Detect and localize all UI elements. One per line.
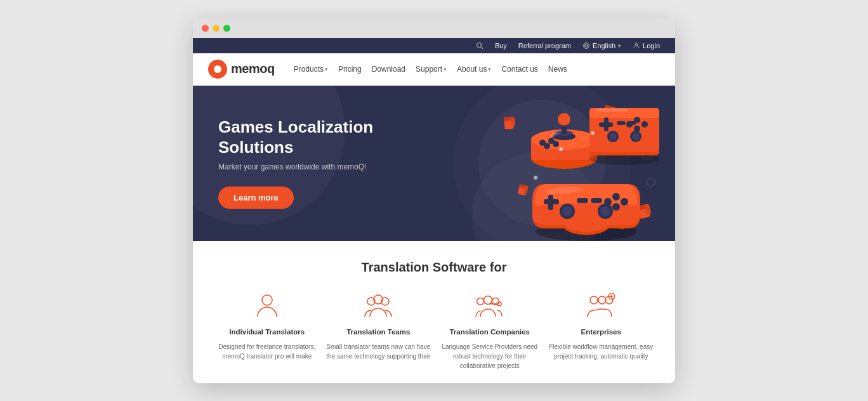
maximize-dot[interactable] <box>223 25 230 32</box>
companies-icon <box>474 290 506 322</box>
language-chevron: ▾ <box>618 43 621 49</box>
translation-section: Translation Software for Individual Tran… <box>193 241 675 383</box>
svg-point-49 <box>612 203 620 211</box>
svg-rect-63 <box>599 122 613 127</box>
translation-cards: Individual Translators Designed for free… <box>208 290 660 371</box>
svg-rect-74 <box>596 108 628 112</box>
main-nav: memoq Products ▾ Pricing Download Suppor… <box>193 53 675 86</box>
logo-icon <box>208 60 227 79</box>
svg-point-5 <box>635 43 638 46</box>
nav-pricing[interactable]: Pricing <box>338 65 362 74</box>
svg-point-56 <box>600 206 610 216</box>
svg-point-42 <box>539 140 546 146</box>
referral-link[interactable]: Referral program <box>518 42 571 49</box>
card-companies: Translation Companies Language Service P… <box>437 290 542 371</box>
hero-subtitle: Market your games worldwide with memoQ! <box>218 162 421 171</box>
nav-about-chevron: ▾ <box>488 66 491 72</box>
teams-icon <box>362 290 394 322</box>
nav-support-chevron: ▾ <box>444 66 447 72</box>
nav-products-label: Products <box>294 65 324 74</box>
svg-point-71 <box>609 133 617 140</box>
svg-point-80 <box>262 295 272 305</box>
nav-news[interactable]: News <box>548 65 567 74</box>
nav-products-chevron: ▾ <box>325 66 328 72</box>
learn-more-button[interactable]: Learn more <box>218 187 294 209</box>
svg-rect-46 <box>544 199 559 204</box>
gaming-illustration <box>421 86 662 241</box>
nav-support-label: Support <box>416 65 442 74</box>
card-enterprises-desc: Flexible workflow management, easy proje… <box>549 342 654 361</box>
login-label: Login <box>643 42 660 49</box>
svg-point-37 <box>558 113 570 126</box>
buy-link[interactable]: Buy <box>495 42 507 49</box>
card-individual-desc: Designed for freelance translators, memo… <box>214 342 320 361</box>
search-icon[interactable] <box>476 42 483 49</box>
svg-point-48 <box>621 198 628 206</box>
browser-window: Buy Referral program English ▾ Login mem… <box>193 18 675 383</box>
nav-download[interactable]: Download <box>372 65 405 74</box>
logo-area[interactable]: memoq <box>208 60 275 79</box>
login-link[interactable]: Login <box>633 42 660 49</box>
svg-point-85 <box>483 296 492 304</box>
card-companies-desc: Language Service Providers need robust t… <box>437 342 542 371</box>
svg-point-41 <box>548 138 555 144</box>
nav-items: Products ▾ Pricing Download Support ▾ Ab… <box>294 65 660 74</box>
language-label: English <box>593 42 615 49</box>
svg-rect-19 <box>511 117 515 126</box>
language-selector[interactable]: English ▾ <box>582 42 621 49</box>
logo-text: memoq <box>231 62 275 76</box>
card-individual-title: Individual Translators <box>229 328 305 336</box>
minimize-dot[interactable] <box>213 25 220 32</box>
svg-point-54 <box>562 206 572 216</box>
close-dot[interactable] <box>202 25 209 32</box>
svg-point-73 <box>632 133 640 140</box>
card-enterprises: Enterprises Flexible workflow management… <box>549 290 654 371</box>
nav-products[interactable]: Products ▾ <box>294 65 328 74</box>
enterprises-icon <box>585 290 617 322</box>
svg-point-89 <box>590 296 598 304</box>
nav-support[interactable]: Support ▾ <box>416 65 447 74</box>
utility-bar: Buy Referral program English ▾ Login <box>193 38 675 53</box>
card-enterprises-title: Enterprises <box>581 328 621 336</box>
browser-chrome <box>193 18 675 38</box>
svg-point-65 <box>641 121 648 128</box>
svg-point-47 <box>612 193 620 201</box>
svg-line-1 <box>481 46 483 48</box>
card-teams-title: Translation Teams <box>346 328 410 336</box>
svg-rect-69 <box>627 121 636 125</box>
hero-section: Games Localization Solutions Market your… <box>193 86 675 241</box>
hero-illustration <box>421 86 662 241</box>
svg-rect-68 <box>617 121 626 125</box>
translation-title: Translation Software for <box>208 260 660 275</box>
card-individual: Individual Translators Designed for free… <box>214 290 320 371</box>
svg-rect-51 <box>577 198 588 203</box>
svg-rect-52 <box>591 198 602 203</box>
card-teams-desc: Small translator teams now can have the … <box>326 342 431 361</box>
individual-icon <box>251 290 283 322</box>
card-teams: Translation Teams Small translator teams… <box>326 290 431 371</box>
svg-point-90 <box>598 296 606 304</box>
hero-title: Games Localization Solutions <box>218 117 421 157</box>
nav-contact[interactable]: Contact us <box>501 65 537 74</box>
svg-point-84 <box>477 298 483 305</box>
nav-about[interactable]: About us ▾ <box>457 65 491 74</box>
svg-marker-30 <box>647 178 655 187</box>
nav-about-label: About us <box>457 65 487 74</box>
card-companies-title: Translation Companies <box>449 328 530 336</box>
hero-content: Games Localization Solutions Market your… <box>218 117 421 208</box>
